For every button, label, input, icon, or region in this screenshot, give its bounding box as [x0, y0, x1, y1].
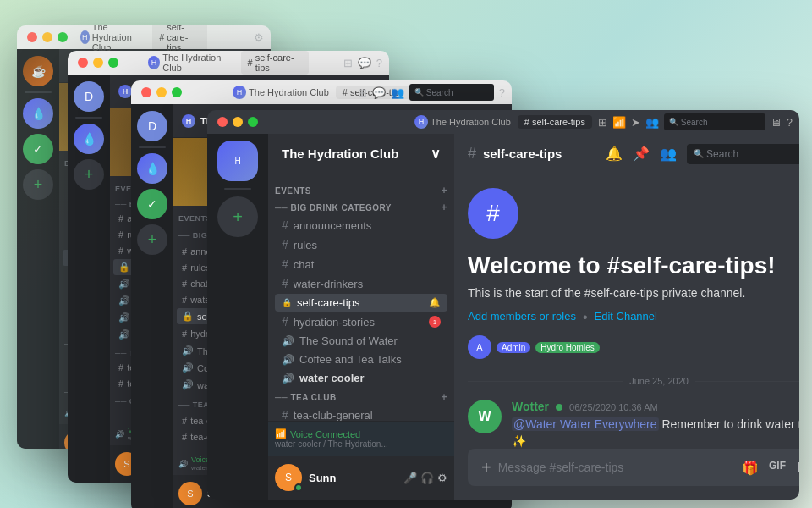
help-icon-2[interactable]: ?	[376, 57, 382, 69]
maximize-btn-2[interactable]	[108, 58, 118, 68]
ch-coffee-tea-4[interactable]: 🔊 Coffee and Tea Talks	[275, 351, 447, 368]
close-btn-4[interactable]	[217, 117, 228, 127]
welcome-section-4: # Welcome to #self-care-tips! This is th…	[468, 188, 799, 359]
msg-avatar-4: W	[468, 400, 502, 433]
add-server-3[interactable]: +	[137, 224, 167, 255]
help-icon-4[interactable]: ?	[787, 116, 793, 129]
arrow-icon-4[interactable]: ➤	[631, 116, 640, 129]
vc-channel-4: water cooler / The Hydration...	[275, 439, 447, 449]
search-icon-4: 🔍	[669, 118, 678, 126]
ch-tea-general-4[interactable]: # tea-club-general	[275, 406, 447, 421]
category-tea-club-4[interactable]: ── TEA CLUB +	[268, 388, 454, 405]
add-server-btn-4[interactable]: +	[217, 196, 258, 237]
vc-status-4: 📶 Voice Connected	[275, 428, 447, 439]
voice-icon-2: 🔊	[115, 430, 124, 439]
gift-icon-4[interactable]: 🎁	[742, 460, 759, 476]
mic-icon-4[interactable]: 🎤	[403, 472, 417, 484]
input-plus-icon-4[interactable]: +	[481, 458, 491, 478]
search-3[interactable]: 🔍 Search	[409, 84, 494, 101]
grid-icon-4[interactable]: ⊞	[598, 116, 607, 129]
edit-channel-link-4[interactable]: Edit Channel	[595, 310, 657, 325]
vc-signal-icon-4: 📶	[275, 428, 287, 439]
channel-sidebar-4: The Hydration Club ∨ Events + ── BIG DRI…	[268, 134, 454, 500]
title-channel-tab-2[interactable]: # self-care-tips	[241, 51, 309, 75]
add-events-icon-4[interactable]: +	[441, 185, 447, 196]
ch-water-cooler-4[interactable]: 🔊 water cooler	[275, 369, 447, 387]
date-line-left-4	[468, 381, 623, 382]
ch-rules-4[interactable]: # rules	[275, 235, 447, 254]
settings-icon-1[interactable]: ⚙	[254, 31, 264, 44]
chat-messages-4: # Welcome to #self-care-tips! This is th…	[454, 174, 799, 449]
people-icon-4[interactable]: 👥	[645, 116, 659, 129]
msg-text-4: @Water Water Everywhere Remember to drin…	[512, 417, 799, 449]
add-server-2[interactable]: +	[74, 159, 104, 190]
title-server-2: H The Hydration Club	[148, 52, 234, 73]
user-controls-4: 🎤 🎧 ⚙	[403, 472, 447, 484]
category-big-drink-4[interactable]: ── BIG DRINK CATEGORY +	[268, 198, 454, 215]
chat-icon-2[interactable]: 💬	[358, 57, 371, 69]
ch-sound-water-4[interactable]: 🔊 The Sound of Water	[275, 332, 447, 350]
bell-icon-4[interactable]: 🔔	[429, 297, 441, 308]
minimize-btn-4[interactable]	[233, 117, 243, 127]
category-events-4[interactable]: Events +	[268, 181, 454, 198]
hydration-icon-3[interactable]: 💧	[137, 153, 167, 184]
minimize-btn-3[interactable]	[156, 87, 167, 97]
help-icon-3[interactable]: ?	[499, 86, 505, 99]
hydration-server-icon-1[interactable]: 💧	[23, 98, 53, 129]
title-channel-tab-1[interactable]: # self-care-tips	[152, 25, 207, 54]
speaker-cooler-4: 🔊	[282, 373, 294, 384]
grid-icon-3[interactable]: ⊞	[358, 86, 367, 99]
add-big-icon-4[interactable]: +	[441, 202, 447, 213]
ch-water-drinkers-4[interactable]: # water-drinkers	[275, 274, 447, 293]
ch-hydration-stories-4[interactable]: # hydration-stories 1	[275, 312, 447, 331]
chat-header-actions-4: 🔔 📌 👥 🔍 Search 📥 ?	[606, 144, 799, 164]
chat-area-4: # self-care-tips 🔔 📌 👥 🔍 Search 📥 ?	[454, 134, 799, 500]
members-icon-3[interactable]: 👥	[391, 86, 404, 99]
search-placeholder-3: Search	[426, 88, 453, 97]
green-icon-3[interactable]: ✓	[137, 189, 167, 219]
minimize-btn-2[interactable]	[93, 58, 103, 68]
divider-1	[25, 91, 52, 93]
search-icon-3: 🔍	[414, 88, 424, 97]
gif-icon-4[interactable]: GIF	[769, 460, 786, 476]
close-btn-3[interactable]	[141, 87, 151, 97]
search-bar-4[interactable]: 🔍 Search	[664, 113, 765, 130]
ch-self-care-4[interactable]: 🔒 self-care-tips 🔔	[275, 294, 447, 312]
hash-action-icon-4[interactable]: 🔔	[606, 146, 623, 162]
chat-hash-icon-4: #	[468, 145, 476, 163]
discord-server-icon-2[interactable]: D	[74, 81, 104, 112]
add-tea-icon-4[interactable]: +	[441, 391, 447, 403]
ch-chat-4[interactable]: # chat	[275, 255, 447, 273]
hydration-server-btn-4[interactable]: H	[217, 141, 258, 181]
pin-icon-4[interactable]: 📌	[633, 146, 650, 162]
minimize-btn-1[interactable]	[42, 32, 52, 42]
server-name-header-4[interactable]: The Hydration Club ∨	[268, 134, 454, 174]
grid-icon-2[interactable]: ⊞	[343, 57, 353, 69]
hydration-icon-2[interactable]: 💧	[74, 124, 104, 154]
discord-icon-3[interactable]: D	[137, 111, 167, 141]
add-server-btn-1[interactable]: +	[23, 169, 53, 200]
server-icon-title-2: H	[148, 56, 160, 69]
chat-icon-3[interactable]: 💬	[372, 86, 386, 99]
server-icon-green-1[interactable]: ✓	[23, 134, 53, 164]
chat-search-4[interactable]: 🔍 Search	[687, 144, 799, 164]
sticker-icon-4[interactable]: 🗒	[796, 460, 799, 476]
server-icon-1[interactable]: ☕	[23, 56, 53, 86]
maximize-btn-3[interactable]	[172, 87, 182, 97]
title-channel-tab-4[interactable]: # self-care-tips	[518, 115, 592, 129]
discord-layout-4: H + The Hydration Club ∨ Events + ── BIG…	[207, 134, 799, 500]
monitor-icon-4[interactable]: 🖥	[771, 116, 782, 129]
headset-icon-4[interactable]: 🎧	[420, 472, 434, 484]
chat-input-4[interactable]: + Message #self-care-tips 🎁 GIF 🗒 😊	[468, 449, 799, 486]
signal-icon-4[interactable]: 📶	[612, 116, 626, 129]
settings-icon-user-4[interactable]: ⚙	[437, 472, 447, 484]
close-btn-2[interactable]	[78, 58, 88, 68]
voice-connected-area-4: 📶 Voice Connected water cooler / The Hyd…	[268, 421, 454, 456]
close-btn-1[interactable]	[27, 32, 37, 42]
maximize-btn-4[interactable]	[248, 117, 258, 127]
maximize-btn-1[interactable]	[58, 32, 68, 42]
members-action-icon-4[interactable]: 👥	[660, 146, 677, 162]
ch-announcements-4[interactable]: # announcements	[275, 216, 447, 235]
add-members-link-4[interactable]: Add members or roles	[468, 310, 576, 325]
server-mini-3: H	[182, 114, 195, 128]
